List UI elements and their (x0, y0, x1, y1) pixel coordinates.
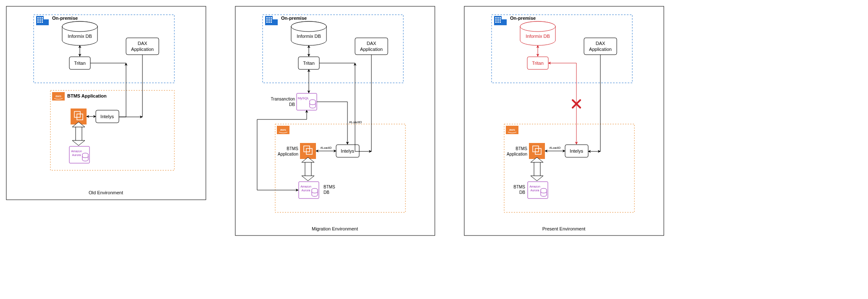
informix-label: Informix DB (526, 34, 550, 39)
tritan-label: Tritan (74, 61, 86, 66)
svg-rect-27 (273, 19, 278, 25)
svg-rect-2 (44, 19, 49, 25)
svg-rect-10 (39, 21, 41, 23)
svg-rect-8 (42, 19, 43, 21)
svg-rect-6 (37, 19, 39, 21)
onprem-label: On-premise (52, 16, 78, 21)
btmsdb-label-1: BTMS (324, 185, 335, 189)
svg-text:aws: aws (55, 94, 61, 98)
svg-rect-62 (495, 21, 497, 23)
aurora-label-1: Amazon (300, 185, 311, 188)
informix-label: Informix DB (297, 34, 321, 39)
svg-rect-29 (268, 17, 270, 19)
svg-rect-35 (268, 21, 270, 23)
svg-rect-59 (495, 19, 497, 21)
panel-caption: Migration Environment (312, 226, 358, 231)
btmsdb-label-2: DB (324, 190, 329, 195)
svg-rect-25 (235, 6, 435, 235)
dax-node (584, 38, 617, 55)
dax-label-2: Application (360, 47, 383, 52)
aurora-node: Amazon Aurora (528, 182, 548, 198)
svg-text:aws: aws (509, 128, 515, 132)
aurora-label-2: Aurora (301, 189, 310, 192)
aws-logo-icon: aws (277, 126, 289, 134)
svg-rect-58 (500, 17, 501, 19)
svg-text:aws: aws (280, 128, 286, 132)
btms-app-label-1: BTMS (516, 146, 527, 151)
svg-rect-63 (497, 21, 499, 23)
svg-rect-0 (6, 6, 206, 200)
loadid-label: #LoadID (550, 146, 560, 149)
aws-logo-icon: aws (52, 92, 65, 101)
svg-rect-30 (271, 17, 272, 19)
loadid-label-2: #LoadID (321, 146, 331, 149)
aurora-label-1: Amazon (71, 150, 82, 153)
dax-label-2: Application (589, 47, 612, 52)
btmsdb-label-1: BTMS (513, 185, 525, 189)
informix-db-node: Informix DB (291, 21, 326, 45)
svg-rect-33 (271, 19, 272, 21)
svg-rect-61 (500, 19, 501, 21)
svg-rect-34 (266, 21, 268, 23)
svg-rect-53 (464, 6, 664, 235)
trans-label-2: DB (289, 102, 295, 107)
svg-rect-11 (42, 21, 43, 23)
panel-old-environment: On-premise Informix DB Tritan DAX Applic… (6, 6, 206, 200)
btmsdb-label-2: DB (519, 190, 525, 195)
informix-label: Informix DB (68, 34, 92, 39)
intelys-label: Intelys (100, 114, 114, 119)
svg-rect-56 (495, 17, 497, 19)
informix-db-node: Informix DB (520, 21, 555, 45)
intelys-label: Intelys (570, 148, 583, 153)
onprem-label: On-premise (281, 16, 307, 21)
svg-rect-64 (500, 21, 501, 23)
aurora-label-1: Amazon (529, 185, 540, 188)
btms-app-label-2: Application (278, 152, 298, 156)
svg-rect-4 (39, 17, 41, 19)
svg-rect-60 (497, 19, 499, 21)
svg-rect-36 (271, 21, 272, 23)
svg-rect-7 (39, 19, 41, 21)
panel-caption: Present Environment (542, 226, 586, 231)
aurora-node: Amazon Aurora (69, 146, 89, 163)
svg-rect-31 (266, 19, 268, 21)
trans-label-1: Transanction (271, 97, 295, 101)
svg-point-13 (62, 21, 97, 32)
tritan-label: Tritan (303, 61, 315, 66)
ec2-icon (300, 143, 316, 159)
aurora-label-2: Aurora (72, 153, 81, 156)
svg-rect-28 (266, 17, 268, 19)
tritan-label: Tritan (532, 61, 544, 66)
aws-logo-icon: aws (506, 126, 518, 134)
svg-point-38 (291, 21, 326, 32)
svg-point-66 (520, 21, 555, 32)
aurora-label-2: Aurora (530, 189, 539, 192)
svg-rect-69 (529, 143, 545, 159)
svg-rect-55 (502, 19, 507, 25)
informix-db-node: Informix DB (62, 21, 97, 45)
panel-caption: Old Environment (89, 190, 123, 195)
btms-app-label-1: BTMS (287, 146, 298, 151)
btms-app-label: BTMS Application (67, 93, 107, 98)
panel-migration-environment: On-premise Informix DB Tritan DAX Applic… (235, 6, 435, 235)
diagram-canvas: On-premise Informix DB Tritan DAX Applic… (0, 0, 868, 299)
dax-node (126, 38, 159, 55)
svg-rect-9 (37, 21, 39, 23)
svg-rect-43 (300, 143, 316, 159)
mysql-label: MySQL (298, 96, 309, 100)
onprem-label: On-premise (510, 16, 536, 21)
svg-rect-57 (497, 17, 499, 19)
panel-present-environment: On-premise Informix DB Tritan DAX Applic… (464, 6, 664, 235)
mysql-node: MySQL (297, 93, 317, 110)
btms-app-label-2: Application (507, 152, 527, 156)
dax-label-1: DAX (138, 41, 147, 46)
svg-rect-32 (268, 19, 270, 21)
intelys-label: Intelys (341, 148, 354, 153)
dax-node (355, 38, 388, 55)
aurora-node: Amazon Aurora (299, 182, 319, 198)
dax-label-1: DAX (367, 41, 376, 46)
loadid-label: #LoadID (349, 120, 362, 124)
dax-label-2: Application (131, 47, 154, 52)
svg-rect-5 (42, 17, 43, 19)
ec2-icon (529, 143, 545, 159)
